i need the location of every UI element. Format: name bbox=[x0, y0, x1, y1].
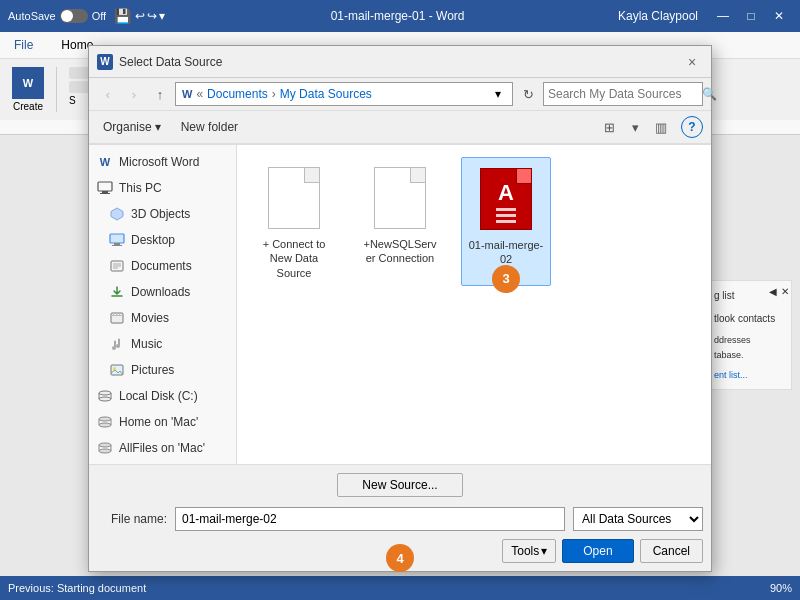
sidebar-item-downloads[interactable]: Downloads bbox=[89, 279, 236, 305]
local-disk-icon bbox=[97, 388, 113, 404]
dialog-organise-toolbar: Organise ▾ New folder ⊞ ▾ ▥ ? bbox=[89, 111, 711, 144]
word-icon: W bbox=[97, 154, 113, 170]
status-bar: Previous: Starting document 90% bbox=[0, 576, 800, 600]
svg-point-24 bbox=[99, 449, 111, 453]
nav-label-this-pc: This PC bbox=[119, 181, 162, 195]
organise-button[interactable]: Organise ▾ bbox=[97, 117, 167, 137]
ribbon-divider bbox=[56, 67, 57, 112]
breadcrumb-current[interactable]: My Data Sources bbox=[280, 87, 372, 101]
refresh-button[interactable]: ↻ bbox=[517, 83, 539, 105]
forward-button[interactable]: › bbox=[123, 83, 145, 105]
svg-rect-4 bbox=[114, 243, 120, 245]
word-title: 01-mail-merge-01 - Word bbox=[177, 9, 618, 23]
filename-input[interactable] bbox=[175, 507, 565, 531]
sidebar-item-documents[interactable]: Documents bbox=[89, 253, 236, 279]
access-icon: A bbox=[480, 168, 532, 230]
dialog-nav-toolbar: ‹ › ↑ W « Documents › My Data Sources ▾ … bbox=[89, 78, 711, 111]
panel-pin[interactable]: ◀ bbox=[769, 283, 777, 300]
undo-icon[interactable]: ↩ bbox=[135, 9, 145, 23]
nav-label-downloads: Downloads bbox=[131, 285, 190, 299]
autosave-state: Off bbox=[92, 10, 106, 22]
panel-close[interactable]: ✕ bbox=[781, 283, 789, 300]
access-line-2 bbox=[496, 214, 516, 217]
sidebar-item-3d-objects[interactable]: 3D Objects bbox=[89, 201, 236, 227]
svg-rect-5 bbox=[112, 245, 122, 246]
sidebar-item-this-pc[interactable]: This PC bbox=[89, 175, 236, 201]
redo-icon[interactable]: ↪ bbox=[147, 9, 157, 23]
view-dropdown-button[interactable]: ▾ bbox=[623, 115, 647, 139]
sidebar-item-desktop[interactable]: Desktop bbox=[89, 227, 236, 253]
sidebar-item-local-disk[interactable]: Local Disk (C:) bbox=[89, 383, 236, 409]
sidebar-item-pictures[interactable]: Pictures bbox=[89, 357, 236, 383]
sidebar-item-microsoft-word[interactable]: W Microsoft Word bbox=[89, 149, 236, 175]
breadcrumb-sep1: « bbox=[196, 87, 203, 101]
svg-rect-3 bbox=[110, 234, 124, 243]
previous-link[interactable]: Previous: Starting document bbox=[8, 582, 146, 594]
svg-point-16 bbox=[112, 346, 116, 350]
new-source-button[interactable]: New Source... bbox=[337, 473, 462, 497]
help-button[interactable]: ? bbox=[681, 116, 703, 138]
breadcrumb-bar: W « Documents › My Data Sources ▾ bbox=[175, 82, 513, 106]
sidebar-item-3: ddressestabase. bbox=[714, 333, 785, 364]
files-area: + Connect to New Data Source +NewSQLServ… bbox=[237, 145, 711, 464]
page-icon-connect bbox=[268, 167, 320, 229]
documents-icon bbox=[109, 258, 125, 274]
nav-label-documents: Documents bbox=[131, 259, 192, 273]
file-item-newsql[interactable]: +NewSQLServer Connection bbox=[355, 157, 445, 286]
file-label-access: 01-mail-merge-02 bbox=[468, 238, 544, 267]
svg-point-18 bbox=[113, 367, 116, 370]
tab-file[interactable]: File bbox=[8, 36, 39, 54]
svg-rect-17 bbox=[111, 365, 123, 375]
search-input[interactable] bbox=[548, 87, 698, 101]
sidebar-item-allfiles-mac[interactable]: AllFiles on 'Mac' bbox=[89, 435, 236, 461]
tools-button[interactable]: Tools ▾ bbox=[502, 539, 556, 563]
filename-label: File name: bbox=[97, 512, 167, 526]
svg-point-19 bbox=[99, 391, 111, 395]
dialog-title: Select Data Source bbox=[119, 55, 675, 69]
maximize-button[interactable]: □ bbox=[738, 3, 764, 29]
view-buttons: ⊞ ▾ ▥ bbox=[597, 115, 673, 139]
file-item-access[interactable]: A 01-mail-merge-02 3 bbox=[461, 157, 551, 286]
svg-rect-1 bbox=[102, 191, 108, 193]
create-label: Create bbox=[13, 101, 43, 112]
nav-label-music: Music bbox=[131, 337, 162, 351]
minimize-button[interactable]: — bbox=[710, 3, 736, 29]
filetype-select[interactable]: All Data Sources bbox=[573, 507, 703, 531]
file-item-connect[interactable]: + Connect to New Data Source bbox=[249, 157, 339, 286]
breadcrumb-sep2: › bbox=[272, 87, 276, 101]
svg-point-20 bbox=[99, 397, 111, 401]
close-window-button[interactable]: ✕ bbox=[766, 3, 792, 29]
grid-view-button[interactable]: ⊞ bbox=[597, 115, 621, 139]
word-titlebar: AutoSave Off 💾 ↩ ↪ ▾ 01-mail-merge-01 - … bbox=[0, 0, 800, 32]
word-logo-icon: W bbox=[12, 67, 44, 99]
svg-rect-13 bbox=[116, 313, 117, 315]
sidebar-item-movies[interactable]: Movies bbox=[89, 305, 236, 331]
nav-label-3d-objects: 3D Objects bbox=[131, 207, 190, 221]
pc-icon bbox=[97, 180, 113, 196]
desktop-icon bbox=[109, 232, 125, 248]
save-icon[interactable]: 💾 bbox=[114, 8, 131, 24]
customize-icon[interactable]: ▾ bbox=[159, 9, 165, 23]
dialog-close-button[interactable]: × bbox=[681, 51, 703, 73]
ribbon-group: W Create bbox=[8, 63, 48, 116]
sidebar-link[interactable]: ent list... bbox=[714, 368, 785, 383]
back-button[interactable]: ‹ bbox=[97, 83, 119, 105]
cancel-button[interactable]: Cancel bbox=[640, 539, 703, 563]
dialog-word-icon: W bbox=[97, 54, 113, 70]
nav-label-allfiles-mac: AllFiles on 'Mac' bbox=[119, 441, 205, 455]
up-button[interactable]: ↑ bbox=[149, 83, 171, 105]
autosave-toggle[interactable] bbox=[60, 9, 88, 23]
svg-rect-11 bbox=[111, 315, 123, 316]
svg-rect-2 bbox=[100, 193, 110, 194]
organise-chevron: ▾ bbox=[155, 120, 161, 134]
details-view-button[interactable]: ▥ bbox=[649, 115, 673, 139]
sidebar-item-music[interactable]: Music bbox=[89, 331, 236, 357]
allfiles-mac-icon bbox=[97, 440, 113, 456]
sidebar-item-home-mac[interactable]: Home on 'Mac' bbox=[89, 409, 236, 435]
svg-point-21 bbox=[99, 417, 111, 421]
new-folder-button[interactable]: New folder bbox=[175, 117, 244, 137]
breadcrumb-dropdown[interactable]: ▾ bbox=[490, 86, 506, 102]
open-button[interactable]: Open bbox=[562, 539, 633, 563]
breadcrumb-documents[interactable]: Documents bbox=[207, 87, 268, 101]
home-mac-icon bbox=[97, 414, 113, 430]
